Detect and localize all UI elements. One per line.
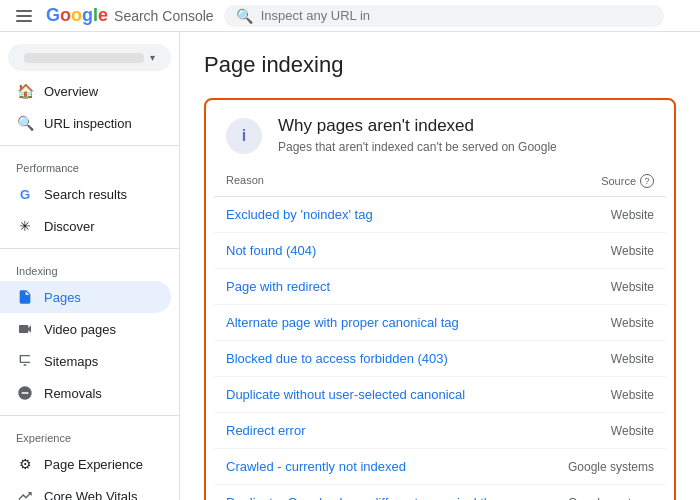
sidebar-item-removals[interactable]: Removals — [0, 377, 171, 409]
row-source-6: Website — [611, 424, 654, 438]
property-selector[interactable]: ▾ — [8, 44, 171, 71]
discover-icon: ✳ — [16, 217, 34, 235]
sidebar-label-search-results: Search results — [44, 187, 127, 202]
section-label-experience: Experience — [0, 422, 179, 448]
row-source-3: Website — [611, 316, 654, 330]
page-title: Page indexing — [204, 52, 676, 78]
sidebar-item-url-inspection[interactable]: 🔍 URL inspection — [0, 107, 171, 139]
section-label-performance: Performance — [0, 152, 179, 178]
row-source-4: Website — [611, 352, 654, 366]
col-reason-header: Reason — [226, 174, 264, 188]
video-icon — [16, 320, 34, 338]
row-source-0: Website — [611, 208, 654, 222]
card-title: Why pages aren't indexed — [278, 116, 557, 136]
google-icon: G — [16, 185, 34, 203]
app-name: Search Console — [114, 8, 214, 24]
table-row: Blocked due to access forbidden (403) We… — [214, 341, 666, 377]
search-bar-icon: 🔍 — [236, 8, 253, 24]
row-source-1: Website — [611, 244, 654, 258]
table-row: Excluded by 'noindex' tag Website — [214, 197, 666, 233]
row-source-2: Website — [611, 280, 654, 294]
sidebar-item-search-results[interactable]: G Search results — [0, 178, 171, 210]
url-search-input[interactable] — [261, 8, 652, 23]
row-reason-4[interactable]: Blocked due to access forbidden (403) — [226, 351, 448, 366]
row-source-8: Google systems — [568, 496, 654, 501]
sidebar-item-discover[interactable]: ✳ Discover — [0, 210, 171, 242]
home-icon: 🏠 — [16, 82, 34, 100]
sidebar: ▾ 🏠 Overview 🔍 URL inspection Performanc… — [0, 32, 180, 500]
core-web-vitals-icon — [16, 487, 34, 500]
row-reason-5[interactable]: Duplicate without user-selected canonica… — [226, 387, 465, 402]
sitemaps-icon — [16, 352, 34, 370]
removals-icon — [16, 384, 34, 402]
sidebar-label-pages: Pages — [44, 290, 81, 305]
sidebar-label-page-experience: Page Experience — [44, 457, 143, 472]
card-subtitle: Pages that aren't indexed can't be serve… — [278, 140, 557, 154]
table-rows: Excluded by 'noindex' tag Website Not fo… — [214, 197, 666, 500]
table-row: Redirect error Website — [214, 413, 666, 449]
sidebar-item-pages[interactable]: Pages — [0, 281, 171, 313]
row-source-7: Google systems — [568, 460, 654, 474]
chevron-down-icon: ▾ — [150, 52, 155, 63]
sidebar-label-sitemaps: Sitemaps — [44, 354, 98, 369]
main-layout: ▾ 🏠 Overview 🔍 URL inspection Performanc… — [0, 32, 700, 500]
row-reason-1[interactable]: Not found (404) — [226, 243, 316, 258]
row-reason-6[interactable]: Redirect error — [226, 423, 305, 438]
table-row: Duplicate without user-selected canonica… — [214, 377, 666, 413]
pages-icon — [16, 288, 34, 306]
property-text — [24, 53, 144, 63]
app-logo: Google Search Console — [46, 5, 214, 26]
content-area: Page indexing i Why pages aren't indexed… — [180, 32, 700, 500]
card-header-text: Why pages aren't indexed Pages that aren… — [278, 116, 557, 154]
hamburger-button[interactable] — [12, 6, 36, 26]
sidebar-label-removals: Removals — [44, 386, 102, 401]
row-reason-3[interactable]: Alternate page with proper canonical tag — [226, 315, 459, 330]
sidebar-label-discover: Discover — [44, 219, 95, 234]
table-row: Alternate page with proper canonical tag… — [214, 305, 666, 341]
sidebar-item-page-experience[interactable]: ⚙ Page Experience — [0, 448, 171, 480]
row-reason-0[interactable]: Excluded by 'noindex' tag — [226, 207, 373, 222]
sidebar-label-core-web-vitals: Core Web Vitals — [44, 489, 137, 501]
col-source-header: Source ? — [601, 174, 654, 188]
sidebar-label-url-inspection: URL inspection — [44, 116, 132, 131]
search-icon: 🔍 — [16, 114, 34, 132]
page-experience-icon: ⚙ — [16, 455, 34, 473]
card-header: i Why pages aren't indexed Pages that ar… — [206, 100, 674, 166]
url-search-bar[interactable]: 🔍 — [224, 5, 664, 27]
sidebar-item-sitemaps[interactable]: Sitemaps — [0, 345, 171, 377]
google-g-icon: Google — [46, 5, 108, 26]
table-row: Duplicate, Google chose different canoni… — [214, 485, 666, 500]
table-header: Reason Source ? — [214, 166, 666, 197]
reasons-table: Reason Source ? Excluded by 'noindex' ta… — [206, 166, 674, 500]
divider-2 — [0, 248, 179, 249]
table-row: Not found (404) Website — [214, 233, 666, 269]
row-reason-8[interactable]: Duplicate, Google chose different canoni… — [226, 495, 534, 500]
divider-3 — [0, 415, 179, 416]
sidebar-item-overview[interactable]: 🏠 Overview — [0, 75, 171, 107]
row-reason-2[interactable]: Page with redirect — [226, 279, 330, 294]
table-row: Crawled - currently not indexed Google s… — [214, 449, 666, 485]
table-row: Page with redirect Website — [214, 269, 666, 305]
section-label-indexing: Indexing — [0, 255, 179, 281]
sidebar-item-video-pages[interactable]: Video pages — [0, 313, 171, 345]
sidebar-item-core-web-vitals[interactable]: Core Web Vitals — [0, 480, 171, 500]
why-not-indexed-card: i Why pages aren't indexed Pages that ar… — [204, 98, 676, 500]
help-icon[interactable]: ? — [640, 174, 654, 188]
row-source-5: Website — [611, 388, 654, 402]
topbar: Google Search Console 🔍 — [0, 0, 700, 32]
sidebar-label-overview: Overview — [44, 84, 98, 99]
divider-1 — [0, 145, 179, 146]
info-icon: i — [226, 118, 262, 154]
row-reason-7[interactable]: Crawled - currently not indexed — [226, 459, 406, 474]
sidebar-label-video-pages: Video pages — [44, 322, 116, 337]
